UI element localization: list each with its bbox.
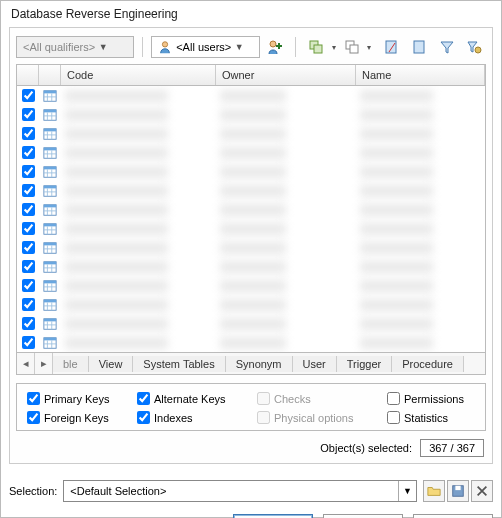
user-add-button[interactable]: [264, 36, 288, 58]
row-checkbox[interactable]: [22, 317, 35, 330]
svg-rect-80: [455, 486, 460, 490]
svg-rect-10: [44, 90, 56, 93]
ok-button[interactable]: OK: [233, 514, 313, 518]
table-row[interactable]: [17, 105, 485, 124]
svg-point-0: [163, 42, 168, 47]
table-row[interactable]: [17, 124, 485, 143]
svg-rect-15: [44, 109, 56, 112]
dialog-window: Database Reverse Engineering <All qualif…: [0, 0, 502, 518]
tab-system-tables[interactable]: System Tables: [133, 356, 225, 372]
row-checkbox[interactable]: [22, 203, 35, 216]
table-row[interactable]: [17, 295, 485, 314]
tab-scroll-left[interactable]: ◂: [17, 353, 35, 374]
option-statistics[interactable]: Statistics: [387, 411, 487, 424]
table-row[interactable]: [17, 257, 485, 276]
qualifier-combo-text: <All qualifiers>: [23, 41, 95, 53]
tab-procedure[interactable]: Procedure: [392, 356, 464, 372]
tool-button-1[interactable]: [379, 36, 403, 58]
table-row[interactable]: [17, 162, 485, 181]
table-icon: [39, 86, 61, 105]
filter-button[interactable]: [435, 36, 459, 58]
table-row[interactable]: [17, 86, 485, 105]
svg-rect-7: [414, 41, 424, 53]
user-combo[interactable]: <All users> ▼: [151, 36, 259, 58]
svg-rect-70: [44, 318, 56, 321]
option-alternate-keys[interactable]: Alternate Keys: [137, 392, 257, 405]
option-permissions[interactable]: Permissions: [387, 392, 487, 405]
svg-rect-35: [44, 185, 56, 188]
row-checkbox[interactable]: [22, 146, 35, 159]
tab-trigger[interactable]: Trigger: [337, 356, 392, 372]
row-checkbox[interactable]: [22, 298, 35, 311]
tab-synonym[interactable]: Synonym: [226, 356, 293, 372]
grid-body[interactable]: [17, 86, 485, 352]
table-icon: [39, 257, 61, 276]
table-row[interactable]: [17, 238, 485, 257]
tab-table-partial[interactable]: ble: [53, 356, 89, 372]
funnel-icon: [439, 39, 455, 55]
table-row[interactable]: [17, 314, 485, 333]
row-checkbox[interactable]: [22, 165, 35, 178]
column-header-code[interactable]: Code: [61, 65, 216, 85]
table-icon: [39, 333, 61, 352]
row-checkbox[interactable]: [22, 127, 35, 140]
row-checkbox[interactable]: [22, 336, 35, 349]
table-row[interactable]: [17, 181, 485, 200]
funnel-gear-icon: [466, 39, 482, 55]
svg-rect-45: [44, 223, 56, 226]
svg-rect-6: [386, 41, 396, 53]
objects-selected-row: Object(s) selected: 367 / 367: [16, 439, 484, 457]
row-checkbox[interactable]: [22, 222, 35, 235]
option-physical-options: Physical options: [257, 411, 387, 424]
user-combo-text: <All users>: [176, 41, 231, 53]
svg-rect-30: [44, 166, 56, 169]
selection-save-button[interactable]: [447, 480, 469, 502]
table-icon: [39, 295, 61, 314]
table-row[interactable]: [17, 219, 485, 238]
svg-rect-5: [350, 45, 358, 53]
row-checkbox[interactable]: [22, 89, 35, 102]
tab-user[interactable]: User: [293, 356, 337, 372]
option-primary-keys[interactable]: Primary Keys: [27, 392, 137, 405]
table-icon: [39, 181, 61, 200]
tab-view[interactable]: View: [89, 356, 134, 372]
svg-rect-75: [44, 337, 56, 340]
selection-combo[interactable]: <Default Selection> ▼: [63, 480, 417, 502]
svg-rect-25: [44, 147, 56, 150]
option-indexes[interactable]: Indexes: [137, 411, 257, 424]
tabs-row: ◂ ▸ ble View System Tables Synonym User …: [16, 353, 486, 375]
tab-scroll-right[interactable]: ▸: [35, 353, 53, 374]
table-icon: [39, 105, 61, 124]
filter-tools-button[interactable]: [462, 36, 486, 58]
table-row[interactable]: [17, 333, 485, 352]
tool-button-2[interactable]: [407, 36, 431, 58]
cascade-icon: [344, 39, 360, 55]
table-icon: [39, 238, 61, 257]
row-checkbox[interactable]: [22, 184, 35, 197]
help-button[interactable]: Help: [413, 514, 493, 518]
deselect-all-button[interactable]: [340, 36, 364, 58]
row-checkbox[interactable]: [22, 260, 35, 273]
table-icon: [39, 162, 61, 181]
qualifier-combo[interactable]: <All qualifiers> ▼: [16, 36, 134, 58]
column-header-owner[interactable]: Owner: [216, 65, 356, 85]
selection-open-button[interactable]: [423, 480, 445, 502]
tool-icon: [411, 39, 427, 55]
option-checks: Checks: [257, 392, 387, 405]
content-frame: <All qualifiers> ▼ <All users> ▼ ▾ ▾: [9, 27, 493, 464]
row-checkbox[interactable]: [22, 108, 35, 121]
chevron-down-icon: ▼: [398, 481, 416, 501]
chevron-down-icon: ▼: [95, 42, 111, 52]
svg-rect-55: [44, 261, 56, 264]
cancel-button[interactable]: Cancel: [323, 514, 403, 518]
select-all-button[interactable]: [304, 36, 328, 58]
table-row[interactable]: [17, 200, 485, 219]
row-checkbox[interactable]: [22, 279, 35, 292]
window-title: Database Reverse Engineering: [1, 1, 501, 27]
table-row[interactable]: [17, 143, 485, 162]
row-checkbox[interactable]: [22, 241, 35, 254]
table-row[interactable]: [17, 276, 485, 295]
selection-delete-button[interactable]: [471, 480, 493, 502]
option-foreign-keys[interactable]: Foreign Keys: [27, 411, 137, 424]
column-header-name[interactable]: Name: [356, 65, 485, 85]
